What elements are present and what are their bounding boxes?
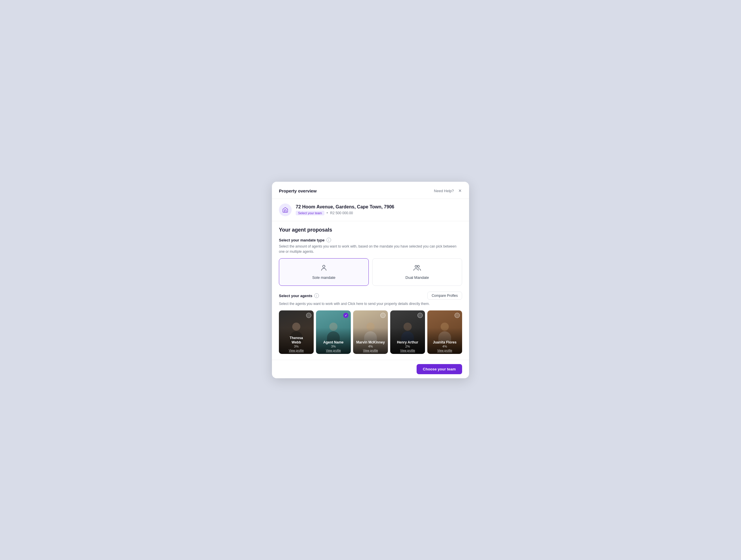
mandate-info-icon[interactable]: i <box>326 238 331 242</box>
agent-bg-3: Marvin McKinney 4% View profile <box>353 310 388 354</box>
agent-name-1: TheresaWebb <box>281 336 312 344</box>
agent-view-profile-4[interactable]: View profile <box>392 349 423 352</box>
property-details: 72 Hoom Avenue, Gardens, Cape Town, 7906… <box>296 204 394 215</box>
agents-description: Select the agents you want to work with … <box>279 301 462 306</box>
dual-mandate-icon <box>413 264 421 273</box>
agent-3-selector[interactable] <box>380 313 386 318</box>
property-meta: Select your team • R2 500 000.00 <box>296 211 394 215</box>
agent-info-2: Agent Name 3% View profile <box>316 340 351 354</box>
modal-footer: Choose your team <box>272 360 469 378</box>
agents-label: Select your agents <box>279 294 313 298</box>
agent-2-selector[interactable] <box>343 313 348 318</box>
svg-point-1 <box>415 266 417 268</box>
choose-team-button[interactable]: Choose your team <box>417 364 462 374</box>
agent-card-2[interactable]: Agent Name 3% View profile <box>316 310 351 354</box>
svg-point-0 <box>323 265 325 268</box>
agent-4-selector[interactable] <box>417 313 423 318</box>
agent-info-5: Juanita Flores 4% View profile <box>427 340 462 354</box>
agent-info-4: Henry Arthur 2% View profile <box>390 340 425 354</box>
agent-view-profile-2[interactable]: View profile <box>318 349 349 352</box>
property-icon <box>279 204 292 216</box>
header-actions: Need Help? × <box>434 188 462 194</box>
dual-mandate-label: Dual Mandate <box>406 275 429 280</box>
agent-bg-1: TheresaWebb 3% View profile <box>279 310 314 354</box>
agent-view-profile-3[interactable]: View profile <box>355 349 386 352</box>
separator: • <box>327 211 328 215</box>
agents-label-row: Select your agents i <box>279 293 319 298</box>
agent-info-3: Marvin McKinney 4% View profile <box>353 340 388 354</box>
select-team-badge[interactable]: Select your team <box>296 211 324 215</box>
agent-info-1: TheresaWebb 3% View profile <box>279 336 314 354</box>
agent-card-3[interactable]: Marvin McKinney 4% View profile <box>353 310 388 354</box>
modal-title: Property overview <box>279 189 317 193</box>
agent-5-selector[interactable] <box>455 313 460 318</box>
agent-view-profile-1[interactable]: View profile <box>281 349 312 352</box>
agent-percent-2: 3% <box>318 345 349 348</box>
mandate-options: Sole mandate Dual Mandate <box>279 258 462 286</box>
property-info: 72 Hoom Avenue, Gardens, Cape Town, 7906… <box>272 199 469 221</box>
mandate-description: Select the amount of agents you want to … <box>279 244 462 254</box>
agent-card-1[interactable]: TheresaWebb 3% View profile <box>279 310 314 354</box>
agent-bg-5: Juanita Flores 4% View profile <box>427 310 462 354</box>
property-price: R2 500 000.00 <box>330 211 353 215</box>
agents-section: Select your agents i Compare Profles Sel… <box>279 292 462 354</box>
mandate-label-row: Select your mandate type i <box>279 238 462 242</box>
agent-percent-3: 4% <box>355 345 386 348</box>
mandate-section: Select your mandate type i Select the am… <box>279 238 462 286</box>
agent-name-4: Henry Arthur <box>392 340 423 344</box>
mandate-sole[interactable]: Sole mandate <box>279 258 369 286</box>
agent-card-4[interactable]: Henry Arthur 2% View profile <box>390 310 425 354</box>
modal-container: Property overview Need Help? × 72 Hoom A… <box>272 182 469 378</box>
mandate-dual[interactable]: Dual Mandate <box>372 258 462 286</box>
agent-percent-4: 2% <box>392 345 423 348</box>
agents-grid: TheresaWebb 3% View profile <box>279 310 462 354</box>
agent-name-2: Agent Name <box>318 340 349 344</box>
property-address: 72 Hoom Avenue, Gardens, Cape Town, 7906 <box>296 204 394 210</box>
agent-1-selector[interactable] <box>306 313 311 318</box>
proposals-heading: Your agent proposals <box>279 227 462 233</box>
agent-card-5[interactable]: Juanita Flores 4% View profile <box>427 310 462 354</box>
agent-name-3: Marvin McKinney <box>355 340 386 344</box>
mandate-label: Select your mandate type <box>279 238 325 242</box>
modal-body: Your agent proposals Select your mandate… <box>272 221 469 360</box>
modal-header: Property overview Need Help? × <box>272 182 469 199</box>
agent-bg-4: Henry Arthur 2% View profile <box>390 310 425 354</box>
agents-header: Select your agents i Compare Profles <box>279 292 462 300</box>
agent-percent-1: 3% <box>281 345 312 348</box>
agent-percent-5: 4% <box>429 345 460 348</box>
compare-profiles-button[interactable]: Compare Profles <box>427 292 462 300</box>
agent-bg-2: Agent Name 3% View profile <box>316 310 351 354</box>
close-button[interactable]: × <box>458 188 462 194</box>
svg-point-2 <box>417 266 419 268</box>
house-icon <box>282 207 288 213</box>
sole-mandate-label: Sole mandate <box>312 275 335 280</box>
sole-mandate-icon <box>320 264 327 273</box>
need-help-link[interactable]: Need Help? <box>434 189 454 193</box>
agent-view-profile-5[interactable]: View profile <box>429 349 460 352</box>
agents-info-icon[interactable]: i <box>314 293 319 298</box>
agent-name-5: Juanita Flores <box>429 340 460 344</box>
